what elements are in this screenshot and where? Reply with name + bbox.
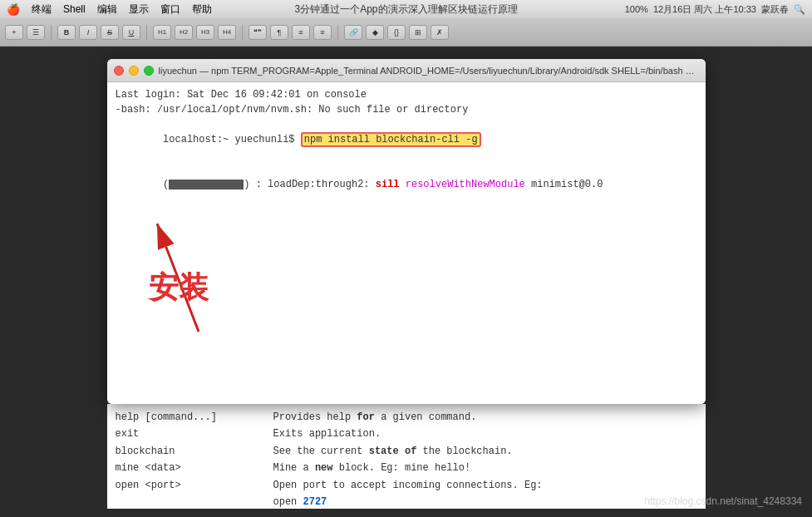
annotation-text: 安装 bbox=[149, 265, 209, 310]
toolbar-btn-para[interactable]: ¶ bbox=[270, 25, 288, 40]
terminal-line-1: Last login: Sat Dec 16 09:42:01 on conso… bbox=[116, 87, 697, 102]
toolbar-separator-3 bbox=[242, 25, 243, 40]
desc-exit: Exits application. bbox=[273, 426, 381, 442]
menu-help[interactable]: 帮助 bbox=[192, 2, 212, 17]
toolbar: + ☰ B I S U H1 H2 H3 H4 ❝❞ ¶ ≡ ≡ 🔗 ◆ {} … bbox=[0, 18, 812, 47]
traffic-light-minimize[interactable] bbox=[129, 66, 139, 76]
table-row: open <port> Open port to accept incoming… bbox=[116, 477, 543, 509]
menu-terminal[interactable]: 终端 bbox=[32, 2, 52, 17]
cmd-open: open <port> bbox=[116, 477, 249, 509]
cmd-exit: exit bbox=[116, 426, 249, 442]
menubar-right: 100% 12月16日 周六 上午10:33 蒙跃春 🔍 bbox=[625, 3, 805, 16]
menu-edit[interactable]: 编辑 bbox=[97, 2, 117, 17]
battery-level: 100% bbox=[625, 4, 648, 14]
toolbar-btn-underline[interactable]: U bbox=[122, 25, 140, 40]
menubar: 🍎 终端 Shell 编辑 显示 窗口 帮助 3分钟通过一个App的演示深入理解… bbox=[0, 0, 812, 18]
terminal-progress-suffix: ) : loadDep:through2: sill resolveWithNe… bbox=[244, 179, 603, 190]
help-table-body: help [command...] Provides help for a gi… bbox=[116, 409, 543, 509]
terminal-progress-bar bbox=[169, 180, 244, 190]
toolbar-btn-h3[interactable]: H3 bbox=[196, 25, 214, 40]
table-row: mine <data> Mine a new block. Eg: mine h… bbox=[116, 460, 543, 476]
desc-help: Provides help for a given command. bbox=[273, 409, 477, 426]
toolbar-separator-4 bbox=[337, 25, 338, 40]
terminal-line-3: localhost:~ yuechunli$ npm install block… bbox=[116, 117, 697, 162]
bottom-terminal: help [command...] Provides help for a gi… bbox=[107, 404, 706, 509]
toolbar-btn-close[interactable]: ✗ bbox=[431, 25, 449, 40]
cmd-blockchain: blockchain bbox=[116, 443, 249, 460]
terminal-titlebar: liyuechun — npm TERM_PROGRAM=Apple_Termi… bbox=[107, 59, 706, 82]
apple-menu[interactable]: 🍎 bbox=[7, 3, 20, 16]
toolbar-separator-2 bbox=[146, 25, 147, 40]
toolbar-separator-1 bbox=[51, 25, 52, 40]
search-icon[interactable]: 🔍 bbox=[794, 4, 805, 15]
toolbar-btn-image[interactable]: ◆ bbox=[366, 25, 384, 40]
help-table: help [command...] Provides help for a gi… bbox=[116, 409, 697, 509]
cmd-help: help [command...] bbox=[116, 409, 249, 426]
terminal-line-2: -bash: /usr/local/opt/nvm/nvm.sh: No suc… bbox=[116, 102, 697, 117]
traffic-light-maximize[interactable] bbox=[144, 66, 154, 76]
watermark: https://blog.csdn.net/sinat_4248334 bbox=[645, 495, 802, 507]
terminal-line-4: () : loadDep:through2: sill resolveWithN… bbox=[116, 162, 697, 207]
cmd-mine: mine <data> bbox=[116, 460, 249, 476]
toolbar-btn-h1[interactable]: H1 bbox=[153, 25, 171, 40]
toolbar-btn-quote[interactable]: ❝❞ bbox=[249, 25, 267, 40]
toolbar-btn-list[interactable]: ☰ bbox=[27, 25, 45, 40]
toolbar-btn-align-center[interactable]: ≡ bbox=[313, 25, 332, 40]
prompt: localhost:~ yuechunli$ bbox=[163, 134, 294, 145]
username: 蒙跃春 bbox=[761, 3, 789, 16]
menu-shell[interactable]: Shell bbox=[63, 3, 86, 15]
window-title: 3分钟通过一个App的演示深入理解区块链运行原理 bbox=[294, 2, 517, 17]
toolbar-btn-code[interactable]: {} bbox=[387, 25, 406, 40]
traffic-light-close[interactable] bbox=[114, 66, 124, 76]
annotation-container: 安装 bbox=[116, 207, 697, 390]
toolbar-btn-new[interactable]: + bbox=[5, 25, 23, 40]
toolbar-btn-bold[interactable]: B bbox=[57, 25, 76, 40]
toolbar-btn-link[interactable]: 🔗 bbox=[344, 25, 362, 40]
menu-window[interactable]: 窗口 bbox=[160, 2, 180, 17]
toolbar-btn-italic[interactable]: I bbox=[79, 25, 97, 40]
table-row: exit Exits application. bbox=[116, 426, 543, 442]
toolbar-btn-h4[interactable]: H4 bbox=[218, 25, 236, 40]
menu-view[interactable]: 显示 bbox=[129, 2, 149, 17]
toolbar-btn-align-left[interactable]: ≡ bbox=[292, 25, 310, 40]
desc-blockchain: See the current state of the blockchain. bbox=[273, 443, 513, 460]
table-row: blockchain See the current state of the … bbox=[116, 443, 543, 460]
toolbar-btn-strike[interactable]: S bbox=[101, 25, 119, 40]
terminal-window: liyuechun — npm TERM_PROGRAM=Apple_Termi… bbox=[107, 59, 706, 404]
terminal-tab-title: liyuechun — npm TERM_PROGRAM=Apple_Termi… bbox=[159, 66, 699, 76]
terminal-progress-prefix: ( bbox=[163, 179, 169, 190]
desc-mine: Mine a new block. Eg: mine hello! bbox=[273, 460, 471, 476]
desc-open: Open port to accept incoming connections… bbox=[273, 477, 543, 509]
terminal-command-highlight: npm install blockchain-cli -g bbox=[301, 132, 481, 147]
terminal-body: Last login: Sat Dec 16 09:42:01 on conso… bbox=[107, 82, 706, 404]
datetime: 12月16日 周六 上午10:33 bbox=[653, 3, 756, 16]
toolbar-btn-table[interactable]: ⊞ bbox=[409, 25, 427, 40]
table-row: help [command...] Provides help for a gi… bbox=[116, 409, 543, 426]
toolbar-btn-h2[interactable]: H2 bbox=[175, 25, 193, 40]
content-area: liyuechun — npm TERM_PROGRAM=Apple_Termi… bbox=[0, 47, 812, 517]
